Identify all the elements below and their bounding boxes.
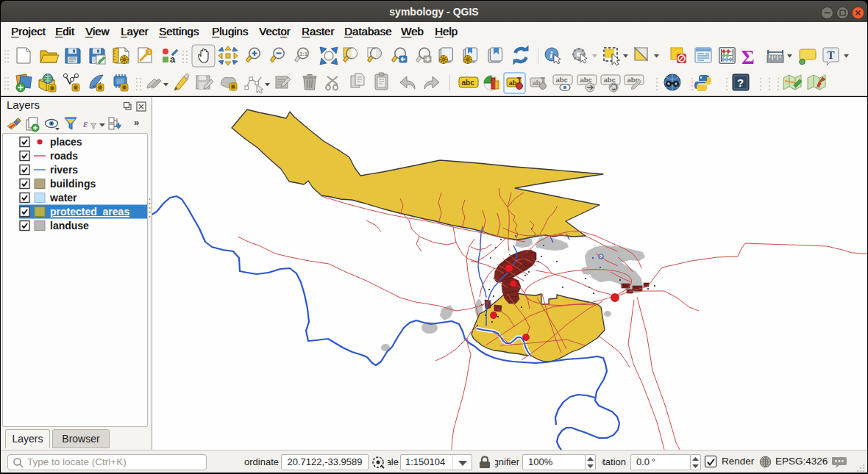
svg-text:»: » [134,117,139,128]
svg-text:landuse: landuse [50,220,89,231]
svg-text:roads: roads [50,150,78,162]
svg-text:water: water [49,192,77,204]
svg-text:ab: ab [509,79,517,87]
svg-text:abc: abc [462,79,475,87]
svg-text:ε: ε [83,118,88,129]
svg-text:places: places [50,136,82,148]
svg-text:protected_areas: protected_areas [50,206,129,218]
svg-text:rivers: rivers [50,164,78,176]
svg-text:buildings: buildings [50,178,96,190]
svg-text:1:1: 1:1 [299,51,307,57]
svg-text:ab: ab [533,79,541,87]
svg-text:i: i [550,49,553,60]
svg-text:T: T [828,49,835,61]
svg-text:?: ? [737,76,744,89]
svg-text:Σ: Σ [741,46,755,68]
